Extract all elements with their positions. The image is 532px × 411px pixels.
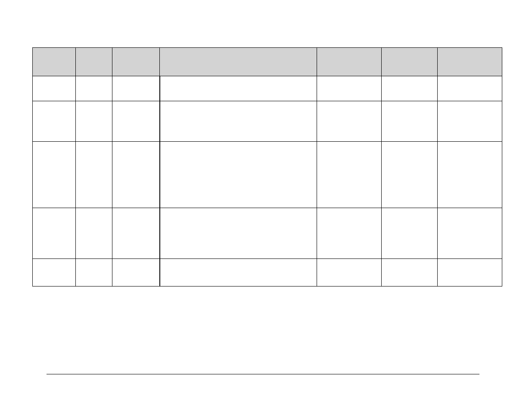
cell [160,142,317,208]
cell [438,259,502,286]
cell [317,76,382,101]
table-row [33,76,502,101]
cell [112,208,160,259]
col-header-3 [160,48,317,76]
cell [112,259,160,286]
cell [33,76,76,101]
table-row [33,259,502,286]
cell [382,208,438,259]
cell [160,259,317,286]
cell [112,101,160,142]
cell [76,76,112,101]
col-header-2 [112,48,160,76]
cell [382,259,438,286]
cell [33,101,76,142]
cell [317,142,382,208]
cell [382,76,438,101]
page [0,0,532,411]
col-header-5 [382,48,438,76]
cell [317,101,382,142]
cell [438,101,502,142]
col-header-0 [33,48,76,76]
cell [382,142,438,208]
cell [317,208,382,259]
cell [317,259,382,286]
col-header-1 [76,48,112,76]
cell [76,259,112,286]
cell [76,101,112,142]
footer-rule [47,374,479,374]
table-row [33,142,502,208]
cell [76,208,112,259]
cell [33,142,76,208]
col-header-6 [438,48,502,76]
cell [382,101,438,142]
col-header-4 [317,48,382,76]
cell [438,208,502,259]
cell [76,142,112,208]
cell [112,142,160,208]
data-table [32,47,502,286]
cell [33,208,76,259]
cell [160,76,317,101]
table-header-row [33,48,502,76]
table-container [32,47,502,286]
table-row [33,101,502,142]
cell [160,208,317,259]
table-row [33,208,502,259]
cell [33,259,76,286]
cell [160,101,317,142]
cell [438,142,502,208]
cell [112,76,160,101]
cell [438,76,502,101]
